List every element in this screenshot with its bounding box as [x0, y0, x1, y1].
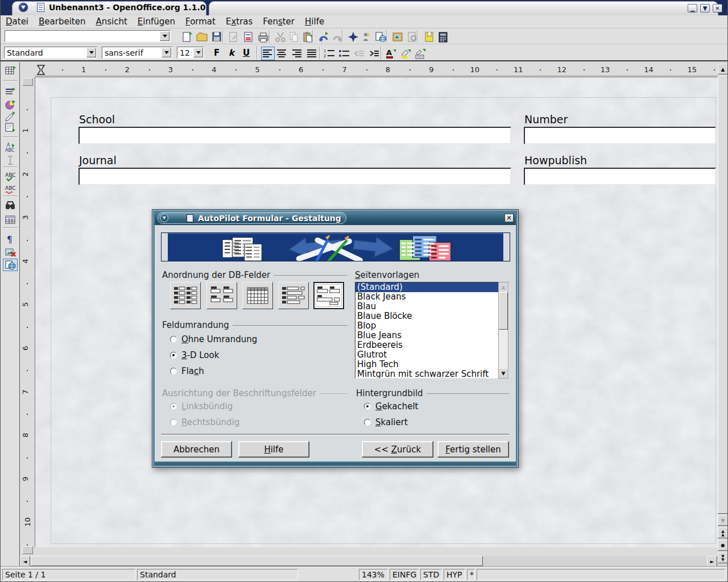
bullet-list-button[interactable]: [337, 47, 351, 60]
status-insert-mode[interactable]: EINFG: [390, 569, 419, 580]
align-center-button[interactable]: [276, 47, 289, 60]
minimize-button[interactable]: ▁: [688, 4, 697, 13]
cut-button[interactable]: [274, 30, 287, 44]
scroll-down-button[interactable]: ▼: [718, 515, 728, 526]
status-hyperlink-mode[interactable]: HYP: [444, 569, 465, 580]
tab-stop-selector[interactable]: [36, 65, 46, 75]
horizontal-ruler[interactable]: 123456789101112131415: [35, 64, 718, 76]
save-button[interactable]: [210, 30, 224, 44]
font-dropdown-button[interactable]: [162, 48, 171, 57]
url-dropdown-button[interactable]: [160, 31, 169, 41]
radio-flach[interactable]: Flach: [170, 366, 204, 376]
style-dropdown-button[interactable]: [86, 48, 96, 57]
increase-indent-button[interactable]: [367, 47, 380, 60]
arrangement-blocks-labels-left[interactable]: [278, 282, 309, 309]
menu-bearbeiten[interactable]: Bearbeiten: [34, 15, 90, 28]
dialog-menu-button[interactable]: [160, 214, 168, 222]
list-item[interactable]: Blaue Blöcke: [355, 311, 508, 321]
menu-einfuegen[interactable]: Einfügen: [133, 15, 180, 28]
radio-skaliert[interactable]: Skaliert: [364, 417, 408, 427]
zurueck-button[interactable]: << Zurück: [362, 441, 433, 458]
vertical-scroll-thumb[interactable]: [718, 75, 728, 514]
underline-button[interactable]: U: [239, 46, 253, 60]
list-item[interactable]: Black Jeans: [355, 292, 508, 302]
horizontal-scroll-thumb[interactable]: [31, 556, 483, 566]
listbox-scrollbar[interactable]: ▲ ▼: [498, 282, 508, 379]
bold-button[interactable]: F: [210, 46, 224, 60]
graphics-onoff-button[interactable]: [3, 246, 18, 259]
status-selection-mode[interactable]: STD: [420, 569, 442, 580]
scroll-right-button[interactable]: ►: [707, 556, 717, 567]
list-item[interactable]: High Tech: [355, 360, 508, 369]
field-input-journal[interactable]: [78, 168, 511, 185]
menu-ansicht[interactable]: Ansicht: [90, 15, 132, 28]
list-item[interactable]: Erdbeereis: [355, 340, 508, 350]
close-button[interactable]: ✕: [713, 4, 722, 13]
shade-button[interactable]: ▼: [700, 4, 710, 13]
copy-button[interactable]: [287, 30, 301, 44]
list-item[interactable]: (Standard): [355, 282, 508, 292]
open-button[interactable]: [195, 30, 209, 44]
arrangement-columns-labels-top[interactable]: [206, 282, 237, 309]
status-modified[interactable]: *: [467, 569, 475, 580]
justify-button[interactable]: [305, 47, 319, 60]
draw-functions-button[interactable]: [3, 110, 18, 122]
print-button[interactable]: [257, 30, 270, 44]
radio-gekachelt[interactable]: Gekachelt: [364, 401, 419, 411]
form-functions-button[interactable]: [3, 121, 18, 134]
font-name-combo[interactable]: sans-serif: [102, 47, 172, 59]
hilfe-button[interactable]: Hilfe: [238, 441, 309, 458]
list-item[interactable]: Blop: [355, 321, 508, 331]
hyperlink-button[interactable]: [374, 30, 387, 44]
gallery-button[interactable]: [391, 30, 404, 44]
bookmark-button[interactable]: [423, 30, 436, 44]
list-item[interactable]: Glutrot: [355, 350, 508, 360]
online-layout-button[interactable]: [3, 259, 18, 271]
size-dropdown-button[interactable]: [193, 48, 203, 57]
next-page-button[interactable]: ▼▼: [718, 552, 728, 563]
dialog-title-bar[interactable]: AutoPilot Formular - Gestaltung ✕: [153, 210, 518, 225]
arrangement-blocks-labels-top[interactable]: [313, 282, 344, 309]
scroll-up-button[interactable]: ▲: [718, 64, 728, 74]
menu-format[interactable]: Format: [180, 15, 221, 28]
edit-file-button[interactable]: [227, 30, 241, 44]
status-style[interactable]: Standard: [137, 569, 298, 580]
field-input-number[interactable]: [524, 127, 716, 144]
vertical-scrollbar[interactable]: ▲ ▼ ▲▲ ● ▼▼: [718, 63, 728, 567]
font-color-button[interactable]: A: [384, 47, 398, 60]
paragraph-style-combo[interactable]: Standard: [4, 47, 97, 59]
url-field[interactable]: [5, 30, 171, 42]
undo-button[interactable]: [317, 30, 330, 44]
field-input-howpublish[interactable]: [524, 168, 716, 185]
radio-ohne-umrandung[interactable]: Ohne Umrandung: [170, 334, 257, 344]
status-page[interactable]: Seite 1 / 1: [2, 569, 135, 580]
data-sources-button[interactable]: [3, 213, 18, 226]
nonprinting-characters-button[interactable]: ¶: [3, 233, 18, 246]
menu-datei[interactable]: Datei: [1, 15, 34, 28]
navigation-button[interactable]: ●: [718, 540, 728, 551]
field-input-school[interactable]: [78, 127, 511, 144]
insert-button[interactable]: [3, 64, 18, 77]
window-menu-button[interactable]: [18, 2, 28, 13]
new-document-button[interactable]: [180, 30, 194, 44]
abbrechen-button[interactable]: Abbrechen: [161, 441, 232, 458]
align-right-button[interactable]: [291, 47, 304, 60]
paragraph-background-button[interactable]: [413, 47, 427, 60]
listbox-scroll-thumb[interactable]: [499, 292, 508, 330]
insert-object-button[interactable]: [3, 98, 18, 111]
horizontal-scrollbar[interactable]: ◄ ►: [20, 556, 718, 567]
align-left-button[interactable]: [261, 47, 275, 60]
numbered-list-button[interactable]: 12: [322, 47, 336, 60]
previous-page-button[interactable]: ▲▲: [718, 527, 728, 538]
font-size-combo[interactable]: 12: [177, 47, 204, 59]
menu-fenster[interactable]: Fenster: [258, 15, 300, 28]
vertical-ruler[interactable]: 12345678910: [21, 77, 34, 547]
export-pdf-button[interactable]: [242, 30, 255, 44]
scroll-left-button[interactable]: ◄: [20, 556, 30, 567]
decrease-indent-button[interactable]: [352, 47, 366, 60]
stylist-button[interactable]: [360, 30, 374, 44]
dialog-close-button[interactable]: ✕: [504, 214, 514, 222]
radio-3d-look[interactable]: 3-D Look: [170, 350, 219, 360]
navigator-button[interactable]: [346, 30, 360, 44]
scroll-down-icon[interactable]: ▼: [499, 369, 508, 378]
